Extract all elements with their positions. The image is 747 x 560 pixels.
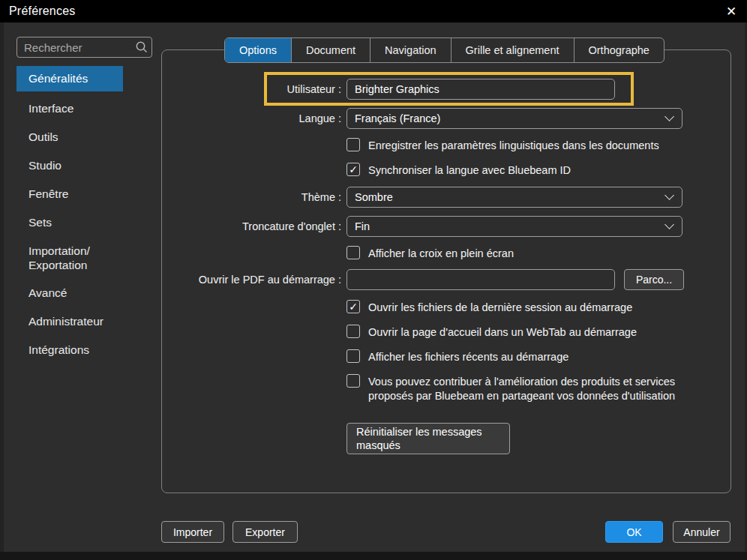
open-last-session-row: ✓ Ouvrir les fichiers de la dernière ses…: [346, 300, 632, 314]
save-language-settings-row: Enregistrer les paramètres linguistiques…: [346, 138, 659, 152]
language-dropdown[interactable]: Français (France): [346, 108, 682, 129]
user-label: Utilisateur :: [172, 79, 341, 100]
show-recent-files-checkbox[interactable]: [346, 349, 360, 363]
chevron-down-icon: [664, 190, 674, 200]
share-usage-data-row: Vous pouvez contribuer à l'amélioration …: [346, 374, 698, 403]
sidebar-item-sets[interactable]: Sets: [16, 208, 123, 237]
save-language-settings-label: Enregistrer les paramètres linguistiques…: [368, 138, 659, 152]
tab-grille-et-alignement[interactable]: Grille et alignement: [452, 38, 574, 62]
tab-options[interactable]: Options: [225, 38, 292, 62]
reset-hidden-messages-button[interactable]: Réinitialiser les messages masqués: [346, 423, 510, 454]
tab-document[interactable]: Document: [292, 38, 370, 62]
export-button[interactable]: Exporter: [232, 521, 298, 543]
window-frame-bottom: [0, 552, 747, 560]
open-last-session-label: Ouvrir les fichiers de la dernière sessi…: [368, 300, 632, 314]
language-label: Langue :: [172, 108, 341, 129]
tab-truncation-dropdown[interactable]: Fin: [346, 216, 682, 237]
chevron-down-icon: [664, 112, 674, 121]
sync-language-label: Synchroniser la langue avec Bluebeam ID: [368, 163, 571, 177]
share-usage-data-label: Vous pouvez contribuer à l'amélioration …: [368, 374, 698, 403]
tab-truncation-label: Troncature d'onglet :: [172, 216, 341, 237]
theme-value: Sombre: [355, 191, 666, 203]
open-webtab-home-row: Ouvrir la page d'accueil dans un WebTab …: [346, 325, 637, 339]
theme-dropdown[interactable]: Sombre: [346, 187, 682, 208]
show-cross-fullscreen-label: Afficher la croix en plein écran: [368, 246, 514, 260]
ok-button[interactable]: OK: [605, 521, 663, 543]
sync-language-row: ✓ Synchroniser la langue avec Bluebeam I…: [346, 163, 571, 177]
sidebar-item-outils[interactable]: Outils: [16, 123, 123, 151]
tab-navigation[interactable]: Navigation: [370, 38, 452, 62]
search-icon: [132, 40, 152, 54]
preferences-dialog: Préférences ✕ Généralités Interface Outi…: [0, 0, 747, 560]
theme-label: Thème :: [172, 187, 341, 208]
browse-button[interactable]: Parco...: [624, 269, 684, 290]
show-recent-files-row: Afficher les fichiers récents au démarra…: [346, 349, 568, 364]
share-usage-data-checkbox[interactable]: [346, 374, 360, 388]
sidebar-item-importation-exportation[interactable]: Importation/ Exportation: [16, 237, 123, 279]
sync-language-checkbox[interactable]: ✓: [346, 163, 360, 176]
show-cross-fullscreen-checkbox[interactable]: [346, 246, 360, 259]
chevron-down-icon: [664, 220, 674, 229]
open-pdf-label: Ouvrir le PDF au démarrage :: [172, 269, 341, 290]
tab-orthographe[interactable]: Orthographe: [574, 38, 664, 62]
save-language-settings-checkbox[interactable]: [346, 138, 360, 151]
titlebar: Préférences ✕: [0, 0, 747, 22]
user-input[interactable]: [346, 79, 615, 100]
sidebar-item-integrations[interactable]: Intégrations: [16, 336, 123, 364]
search-box: [16, 37, 152, 58]
sidebar-item-fenetre[interactable]: Fenêtre: [16, 180, 123, 208]
sidebar-item-avance[interactable]: Avancé: [16, 279, 123, 307]
open-pdf-input[interactable]: [346, 269, 615, 290]
close-icon[interactable]: ✕: [720, 0, 742, 22]
show-cross-fullscreen-row: Afficher la croix en plein écran: [346, 246, 514, 260]
sidebar-item-administrateur[interactable]: Administrateur: [16, 307, 123, 336]
open-webtab-home-checkbox[interactable]: [346, 325, 360, 338]
language-value: Français (France): [355, 112, 666, 124]
tab-truncation-value: Fin: [355, 220, 666, 232]
open-webtab-home-label: Ouvrir la page d'accueil dans un WebTab …: [368, 325, 637, 339]
tabbar: Options Document Navigation Grille et al…: [224, 37, 664, 63]
sidebar-item-interface[interactable]: Interface: [16, 94, 123, 123]
import-button[interactable]: Importer: [161, 521, 224, 543]
sidebar: Généralités Interface Outils Studio Fenê…: [16, 66, 164, 364]
window-frame-left: [0, 22, 4, 560]
open-last-session-checkbox[interactable]: ✓: [346, 300, 360, 313]
sidebar-item-studio[interactable]: Studio: [16, 151, 123, 180]
sidebar-item-generalites[interactable]: Généralités: [16, 66, 123, 91]
dialog-title: Préférences: [0, 4, 75, 18]
cancel-button[interactable]: Annuler: [673, 521, 730, 543]
show-recent-files-label: Afficher les fichiers récents au démarra…: [368, 349, 568, 364]
search-input[interactable]: [17, 41, 132, 54]
